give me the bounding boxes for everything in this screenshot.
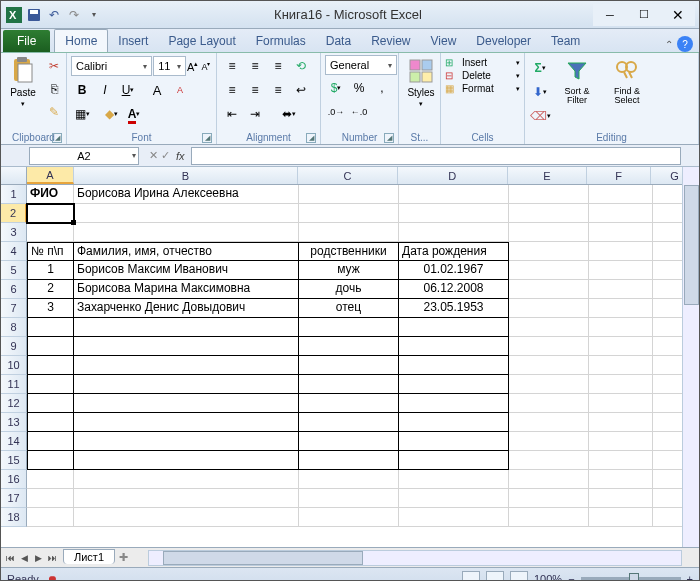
cell[interactable] [589,413,653,432]
clear-button[interactable]: ⌫▾ [529,105,551,127]
cell[interactable]: № п\п [27,242,74,261]
align-top-button[interactable]: ≡ [221,55,243,77]
redo-icon[interactable]: ↷ [65,6,83,24]
tab-view[interactable]: View [421,30,467,52]
cell[interactable] [399,318,509,337]
cell[interactable] [589,280,653,299]
number-dialog-launcher[interactable]: ◢ [384,133,394,143]
cell[interactable]: 23.05.1953 [399,299,509,318]
horizontal-scrollbar[interactable] [148,550,682,566]
cell[interactable] [399,356,509,375]
col-header-e[interactable]: E [508,167,588,184]
decrease-indent-button[interactable]: ⇤ [221,103,243,125]
cell[interactable] [509,337,589,356]
tab-file[interactable]: File [3,30,50,52]
cell[interactable] [299,470,399,489]
cell-grid[interactable]: ФИО Борисова Ирина Алексеевна № п\п Фами… [27,185,699,527]
zoom-in-icon[interactable]: + [687,573,693,582]
last-sheet-icon[interactable]: ⏭ [45,553,59,563]
cell[interactable]: 06.12.2008 [399,280,509,299]
cell[interactable] [589,223,653,242]
col-header-d[interactable]: D [398,167,508,184]
cell[interactable]: 2 [27,280,74,299]
cell[interactable] [589,394,653,413]
scroll-thumb[interactable] [684,185,699,305]
row-header[interactable]: 18 [1,508,27,527]
prev-sheet-icon[interactable]: ◀ [17,553,31,563]
cell[interactable] [589,432,653,451]
tab-home[interactable]: Home [54,29,108,52]
cell[interactable] [299,204,399,223]
row-header[interactable]: 16 [1,470,27,489]
cell[interactable] [27,356,74,375]
cell[interactable] [589,299,653,318]
alignment-dialog-launcher[interactable]: ◢ [306,133,316,143]
cell[interactable] [399,489,509,508]
col-header-a[interactable]: A [27,167,74,184]
row-header[interactable]: 8 [1,318,27,337]
row-header[interactable]: 9 [1,337,27,356]
fx-icon[interactable]: fx [176,150,185,162]
align-middle-button[interactable]: ≡ [244,55,266,77]
font-dialog-launcher[interactable]: ◢ [202,133,212,143]
new-sheet-icon[interactable]: ✚ [119,551,128,564]
cell[interactable] [74,508,299,527]
excel-icon[interactable]: X [5,6,23,24]
minimize-button[interactable]: ─ [593,4,627,26]
insert-cells-icon[interactable]: ⊞ [445,57,461,68]
cell[interactable]: 01.02.1967 [399,261,509,280]
cell[interactable] [509,451,589,470]
row-header[interactable]: 17 [1,489,27,508]
cell[interactable] [399,337,509,356]
cell[interactable] [27,318,74,337]
cell[interactable]: 3 [27,299,74,318]
cell[interactable] [509,280,589,299]
cell[interactable] [589,451,653,470]
macro-record-icon[interactable]: ⏺ [47,573,58,582]
percent-button[interactable]: % [348,77,370,99]
cell[interactable] [299,508,399,527]
cell[interactable] [399,470,509,489]
cell[interactable] [74,489,299,508]
cell[interactable] [27,451,74,470]
increase-font-button[interactable]: A [146,79,168,101]
cell[interactable] [299,185,399,204]
number-format-combo[interactable]: General▾ [325,55,397,75]
row-header[interactable]: 4 [1,242,27,261]
insert-cells-label[interactable]: Insert [462,57,487,68]
delete-cells-label[interactable]: Delete [462,70,491,81]
minimize-ribbon-icon[interactable]: ⌃ [665,39,673,50]
cell[interactable] [509,489,589,508]
cell[interactable] [74,413,299,432]
col-header-f[interactable]: F [587,167,651,184]
cell[interactable] [74,318,299,337]
increase-indent-button[interactable]: ⇥ [244,103,266,125]
cell[interactable] [399,375,509,394]
decrease-decimal-button[interactable]: ←.0 [348,101,370,123]
cell[interactable]: Захарченко Денис Довыдович [74,299,299,318]
cell[interactable]: Борисова Марина Максимовна [74,280,299,299]
cell[interactable] [509,375,589,394]
format-painter-button[interactable]: ✎ [43,101,65,123]
cell[interactable] [74,470,299,489]
cell[interactable] [509,204,589,223]
maximize-button[interactable]: ☐ [627,4,661,26]
cell[interactable] [74,223,299,242]
cell[interactable] [299,489,399,508]
row-header[interactable]: 1 [1,185,27,204]
cell[interactable] [589,261,653,280]
cell[interactable] [27,470,74,489]
bold-button[interactable]: B [71,79,93,101]
cell[interactable] [299,375,399,394]
styles-button[interactable]: Styles ▾ [403,55,439,131]
col-header-c[interactable]: C [298,167,398,184]
increase-decimal-button[interactable]: .0→ [325,101,347,123]
row-header[interactable]: 12 [1,394,27,413]
zoom-out-icon[interactable]: − [568,573,574,582]
cell[interactable]: родственники [299,242,399,261]
cell[interactable] [74,375,299,394]
border-button[interactable]: ▦▾ [71,103,93,125]
cell[interactable] [509,185,589,204]
underline-button[interactable]: U▾ [117,79,139,101]
align-bottom-button[interactable]: ≡ [267,55,289,77]
